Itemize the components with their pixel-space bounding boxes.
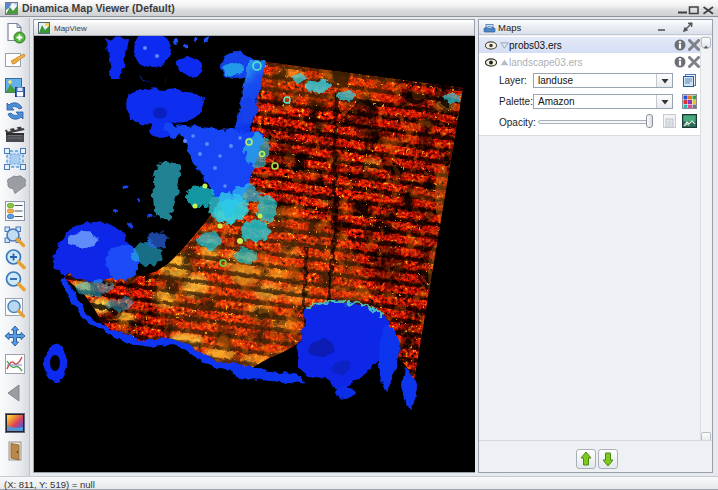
svg-text:A: A xyxy=(685,121,689,127)
